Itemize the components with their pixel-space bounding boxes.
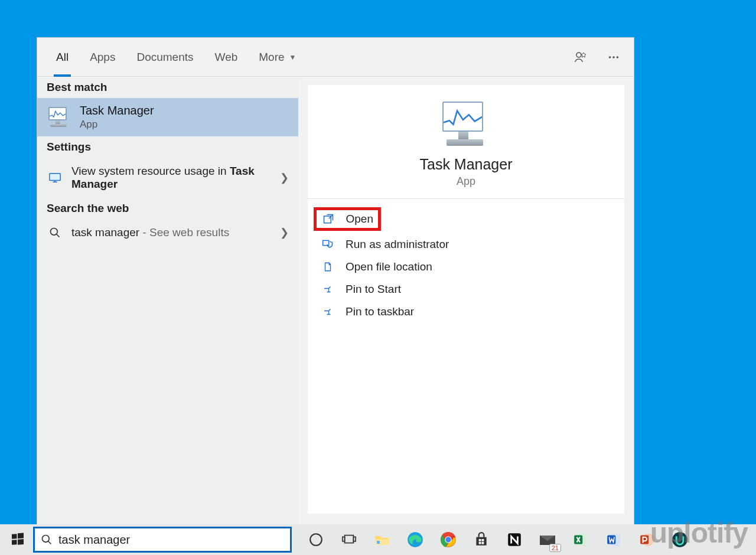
search-icon <box>47 227 63 239</box>
svg-point-0 <box>576 53 581 57</box>
tab-apps[interactable]: Apps <box>79 38 126 76</box>
pin-icon <box>321 306 335 317</box>
word-icon[interactable] <box>604 530 624 550</box>
action-pin-start[interactable]: Pin to Start <box>314 278 618 301</box>
web-result-label: task manager - See web results <box>71 226 272 239</box>
taskbar-search-box[interactable] <box>33 527 292 553</box>
svg-point-3 <box>617 56 619 58</box>
pin-icon <box>321 284 335 295</box>
svg-point-1 <box>609 56 611 58</box>
svg-point-15 <box>310 534 322 546</box>
mail-icon[interactable]: 21 <box>537 530 558 550</box>
svg-rect-27 <box>479 542 481 544</box>
open-icon <box>321 213 335 225</box>
settings-item-resource-usage[interactable]: View system resource usage in Task Manag… <box>37 158 298 198</box>
web-result-item[interactable]: task manager - See web results ❯ <box>37 219 298 246</box>
tab-documents[interactable]: Documents <box>126 38 204 76</box>
search-flyout: All Apps Documents Web More▼ Best match <box>37 37 634 525</box>
excel-icon[interactable] <box>571 530 591 550</box>
tab-all[interactable]: All <box>45 38 79 76</box>
svg-point-5 <box>51 228 58 236</box>
folder-icon <box>321 261 335 273</box>
feedback-icon[interactable] <box>570 47 591 68</box>
task-manager-icon-large <box>439 100 493 148</box>
preview-subtitle: App <box>320 175 612 188</box>
calendar-badge: 21 <box>549 544 561 552</box>
svg-rect-17 <box>343 537 345 541</box>
svg-rect-8 <box>323 240 329 245</box>
svg-point-24 <box>445 537 451 542</box>
section-best-match: Best match <box>37 77 298 98</box>
chevron-down-icon: ▼ <box>289 53 296 61</box>
svg-rect-28 <box>482 542 484 544</box>
app-u-icon[interactable] <box>670 530 690 550</box>
task-manager-icon <box>47 107 71 128</box>
search-icon <box>41 534 53 546</box>
chrome-icon[interactable] <box>438 530 458 550</box>
more-options-icon[interactable] <box>603 47 624 68</box>
svg-line-14 <box>48 541 51 544</box>
svg-rect-26 <box>482 539 484 541</box>
svg-rect-10 <box>18 533 24 538</box>
section-search-web: Search the web <box>37 198 298 219</box>
action-list: Open Run as administrator Open file loca… <box>308 199 624 331</box>
svg-rect-16 <box>345 536 354 543</box>
svg-line-6 <box>57 234 60 237</box>
tab-web[interactable]: Web <box>204 38 249 76</box>
store-icon[interactable] <box>471 530 491 550</box>
start-button[interactable] <box>4 525 32 554</box>
svg-point-13 <box>43 536 50 543</box>
svg-rect-4 <box>50 174 60 181</box>
file-explorer-icon[interactable] <box>372 530 392 550</box>
shield-icon <box>321 239 335 250</box>
action-pin-taskbar[interactable]: Pin to taskbar <box>314 301 618 323</box>
taskbar-search-input[interactable] <box>58 533 284 547</box>
svg-rect-11 <box>12 540 17 545</box>
preview-title: Task Manager <box>320 156 612 173</box>
settings-item-label: View system resource usage in Task Manag… <box>71 165 272 191</box>
svg-point-2 <box>612 56 615 58</box>
taskbar: 21 <box>0 524 756 555</box>
svg-rect-12 <box>18 539 24 545</box>
chevron-right-icon: ❯ <box>280 171 289 184</box>
settings-icon <box>47 172 63 184</box>
svg-rect-20 <box>377 541 380 544</box>
action-run-admin[interactable]: Run as administrator <box>314 233 618 256</box>
action-open-file-location[interactable]: Open file location <box>314 256 618 278</box>
search-tabs: All Apps Documents Web More▼ <box>37 38 634 77</box>
notion-icon[interactable] <box>504 530 524 550</box>
action-open[interactable]: Open <box>314 207 381 231</box>
edge-icon[interactable] <box>405 530 425 550</box>
results-column: Best match Task Manager App Settings <box>37 77 298 524</box>
best-match-task-manager[interactable]: Task Manager App <box>37 98 298 136</box>
cortana-icon[interactable] <box>306 530 326 550</box>
chevron-right-icon: ❯ <box>280 226 289 239</box>
task-view-icon[interactable] <box>339 530 359 550</box>
section-settings: Settings <box>37 136 298 158</box>
best-match-title: Task Manager <box>80 104 154 117</box>
svg-rect-35 <box>640 535 649 544</box>
best-match-subtitle: App <box>80 119 154 130</box>
powerpoint-icon[interactable] <box>637 530 657 550</box>
svg-rect-18 <box>353 537 356 541</box>
svg-rect-25 <box>479 539 481 541</box>
tab-more[interactable]: More▼ <box>248 38 307 76</box>
preview-column: Task Manager App Open Run as adm <box>298 77 634 524</box>
svg-rect-9 <box>12 534 17 539</box>
